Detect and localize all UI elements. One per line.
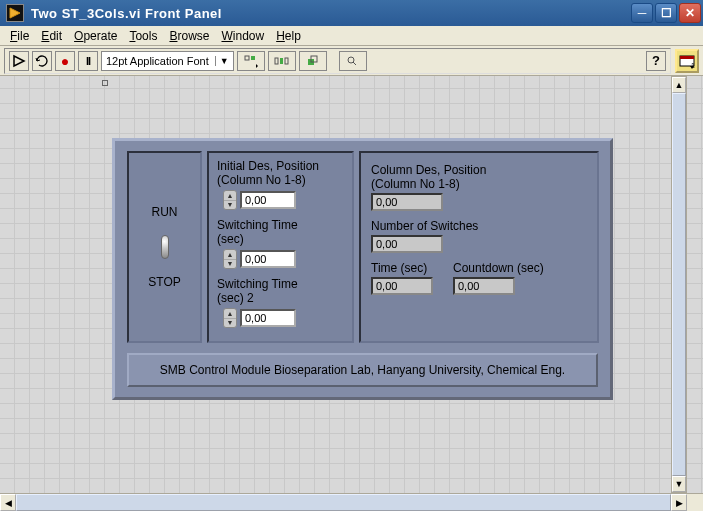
menu-operate[interactable]: Operate xyxy=(68,27,123,45)
abort-button[interactable]: ● xyxy=(55,51,75,71)
align-dropdown[interactable] xyxy=(237,51,265,71)
main-panel: RUN STOP Initial Des, Position (Column N… xyxy=(112,138,613,400)
distribute-dropdown[interactable] xyxy=(268,51,296,71)
front-panel-canvas[interactable]: RUN STOP Initial Des, Position (Column N… xyxy=(0,76,703,493)
vi-icon[interactable]: 1 xyxy=(675,49,699,73)
num-switches-label: Number of Switches xyxy=(371,219,587,233)
run-continuous-button[interactable] xyxy=(32,51,52,71)
menubar: File Edit Operate Tools Browse Window He… xyxy=(0,26,703,46)
svg-line-9 xyxy=(353,62,356,65)
toolbar-inner: ● II 12pt Application Font ▼ ? xyxy=(4,48,671,74)
column-pos-label: Column Des, Position (Column No 1-8) xyxy=(371,163,587,191)
run-button[interactable] xyxy=(9,51,29,71)
spinner-icon[interactable]: ▲▼ xyxy=(223,308,237,328)
switching-time2-value[interactable]: 0,00 xyxy=(240,309,296,327)
indicators-section: Column Des, Position (Column No 1-8) 0,0… xyxy=(359,151,599,343)
scroll-left-icon[interactable]: ◀ xyxy=(0,494,16,511)
labview-icon xyxy=(6,4,24,22)
maximize-button[interactable]: ☐ xyxy=(655,3,677,23)
scroll-right-icon[interactable]: ▶ xyxy=(671,494,687,511)
close-button[interactable]: ✕ xyxy=(679,3,701,23)
spinner-icon[interactable]: ▲▼ xyxy=(223,249,237,269)
run-stop-switch[interactable] xyxy=(154,231,176,263)
svg-rect-3 xyxy=(275,58,278,64)
countdown-label: Countdown (sec) xyxy=(453,261,544,275)
svg-rect-4 xyxy=(280,58,283,64)
scroll-thumb[interactable] xyxy=(16,494,671,511)
run-stop-section: RUN STOP xyxy=(127,151,202,343)
horizontal-scrollbar[interactable]: ◀ ▶ xyxy=(0,493,703,511)
scroll-thumb[interactable] xyxy=(672,93,686,476)
controls-section: Initial Des, Position (Column No 1-8) ▲▼… xyxy=(207,151,354,343)
svg-rect-11 xyxy=(680,56,694,59)
footer-text: SMB Control Module Bioseparation Lab, Ha… xyxy=(127,353,598,387)
switching-time2-label: Switching Time (sec) 2 xyxy=(217,277,344,305)
origin-marker xyxy=(102,80,108,86)
num-switches-indicator: 0,00 xyxy=(371,235,443,253)
menu-browse[interactable]: Browse xyxy=(163,27,215,45)
font-selector[interactable]: 12pt Application Font ▼ xyxy=(101,51,234,71)
vertical-scrollbar[interactable]: ▲ ▼ xyxy=(671,76,687,493)
menu-help[interactable]: Help xyxy=(270,27,307,45)
svg-marker-0 xyxy=(10,8,20,18)
chevron-down-icon: ▼ xyxy=(215,56,229,66)
menu-tools[interactable]: Tools xyxy=(123,27,163,45)
titlebar: Two ST_3Cols.vi Front Panel ─ ☐ ✕ xyxy=(0,0,703,26)
countdown-indicator: 0,00 xyxy=(453,277,515,295)
time-label: Time (sec) xyxy=(371,261,433,275)
font-label: 12pt Application Font xyxy=(106,55,209,67)
search-dropdown[interactable] xyxy=(339,51,367,71)
scroll-corner xyxy=(687,494,703,511)
menu-window[interactable]: Window xyxy=(215,27,270,45)
scroll-up-icon[interactable]: ▲ xyxy=(672,77,686,93)
svg-rect-2 xyxy=(251,56,255,60)
reorder-dropdown[interactable] xyxy=(299,51,327,71)
svg-rect-5 xyxy=(285,58,288,64)
minimize-button[interactable]: ─ xyxy=(631,3,653,23)
column-pos-indicator: 0,00 xyxy=(371,193,443,211)
toolbar: ● II 12pt Application Font ▼ ? 1 xyxy=(0,46,703,76)
run-label: RUN xyxy=(152,205,178,219)
help-button[interactable]: ? xyxy=(646,51,666,71)
switching-time-label: Switching Time (sec) xyxy=(217,218,344,246)
time-indicator: 0,00 xyxy=(371,277,433,295)
pause-button[interactable]: II xyxy=(78,51,98,71)
initial-pos-control[interactable]: ▲▼ 0,00 xyxy=(223,190,344,210)
stop-label: STOP xyxy=(148,275,180,289)
switching-time-control[interactable]: ▲▼ 0,00 xyxy=(223,249,344,269)
initial-pos-value[interactable]: 0,00 xyxy=(240,191,296,209)
svg-rect-1 xyxy=(245,56,249,60)
menu-edit[interactable]: Edit xyxy=(35,27,68,45)
scroll-down-icon[interactable]: ▼ xyxy=(672,476,686,492)
spinner-icon[interactable]: ▲▼ xyxy=(223,190,237,210)
switching-time-value[interactable]: 0,00 xyxy=(240,250,296,268)
window-title: Two ST_3Cols.vi Front Panel xyxy=(28,6,631,21)
switching-time2-control[interactable]: ▲▼ 0,00 xyxy=(223,308,344,328)
menu-file[interactable]: File xyxy=(4,27,35,45)
initial-pos-label: Initial Des, Position (Column No 1-8) xyxy=(217,159,344,187)
